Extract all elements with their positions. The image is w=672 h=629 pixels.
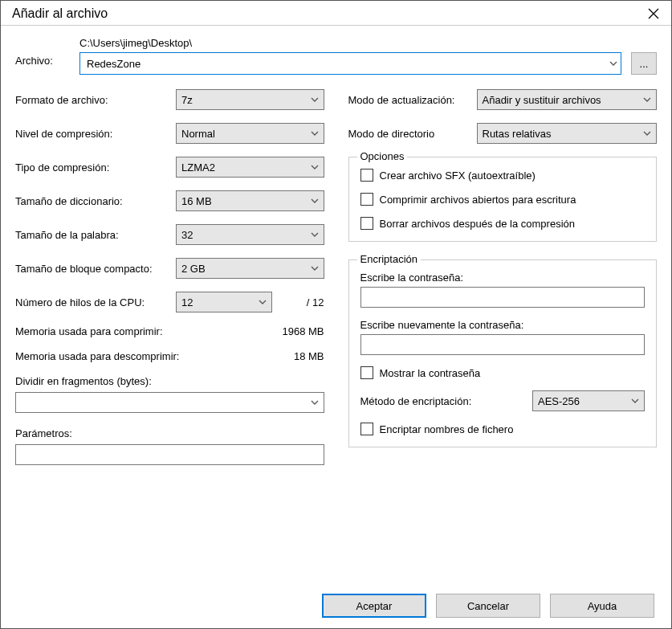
chevron-down-icon	[311, 195, 319, 207]
delete-after-checkbox[interactable]	[360, 217, 373, 230]
dictionary-size-value: 16 MB	[181, 195, 212, 207]
archive-name-combo[interactable]: RedesZone	[79, 52, 621, 75]
archive-name-value: RedesZone	[87, 58, 141, 70]
memory-compress-value: 1968 MB	[282, 325, 324, 337]
cpu-threads-value: 12	[181, 296, 193, 308]
compression-level-label: Nivel de compresión:	[15, 128, 176, 140]
window-title: Añadir al archivo	[12, 6, 108, 21]
dictionary-size-label: Tamaño de diccionario:	[15, 195, 176, 207]
update-mode-select[interactable]: Añadir y sustituir archivos	[477, 89, 658, 110]
word-size-value: 32	[181, 229, 193, 241]
show-password-label: Mostrar la contraseña	[380, 367, 481, 379]
encryption-method-label: Método de encriptación:	[360, 395, 525, 407]
options-group: Opciones Crear archivo SFX (autoextraíbl…	[348, 157, 658, 242]
delete-after-label: Borrar archivos después de la compresión	[380, 218, 576, 230]
browse-button[interactable]: ...	[631, 52, 657, 75]
encryption-method-value: AES-256	[538, 395, 580, 407]
compression-method-select[interactable]: LZMA2	[176, 157, 324, 178]
ok-button[interactable]: Aceptar	[322, 594, 426, 618]
cpu-threads-select[interactable]: 12	[176, 292, 272, 312]
path-mode-select[interactable]: Rutas relativas	[477, 123, 658, 144]
chevron-down-icon	[311, 128, 319, 140]
update-mode-label: Modo de actualización:	[348, 94, 477, 106]
chevron-down-icon	[311, 94, 319, 106]
format-label: Formato de archivo:	[15, 94, 176, 106]
cancel-button[interactable]: Cancelar	[436, 594, 540, 618]
show-password-checkbox[interactable]	[360, 366, 373, 379]
close-button[interactable]	[642, 6, 665, 22]
encryption-legend: Encriptación	[357, 253, 422, 265]
chevron-down-icon	[259, 296, 267, 308]
encryption-group: Encriptación Escribe la contraseña: Escr…	[348, 259, 658, 447]
memory-compress-label: Memoria usada para comprimir:	[15, 325, 163, 337]
encrypt-filenames-checkbox[interactable]	[360, 423, 373, 435]
word-size-label: Tamaño de la palabra:	[15, 229, 176, 241]
encrypt-filenames-label: Encriptar nombres de fichero	[380, 423, 514, 435]
format-value: 7z	[181, 94, 193, 106]
memory-decompress-value: 18 MB	[294, 350, 324, 362]
password-confirm-label: Escribe nuevamente la contraseña:	[360, 319, 646, 331]
chevron-down-icon	[311, 397, 319, 409]
cpu-threads-label: Número de hilos de la CPU:	[15, 296, 176, 308]
block-size-select[interactable]: 2 GB	[176, 258, 324, 279]
archive-path: C:\Users\jimeg\Desktop\	[79, 37, 657, 49]
compression-level-value: Normal	[181, 128, 215, 140]
update-mode-value: Añadir y sustituir archivos	[483, 94, 601, 106]
path-mode-value: Rutas relativas	[483, 128, 552, 140]
format-select[interactable]: 7z	[176, 89, 324, 110]
sfx-label: Crear archivo SFX (autoextraíble)	[380, 170, 536, 182]
chevron-down-icon	[643, 94, 651, 106]
compression-level-select[interactable]: Normal	[176, 123, 324, 144]
close-icon	[648, 8, 659, 19]
help-button[interactable]: Ayuda	[550, 594, 654, 618]
sfx-checkbox[interactable]	[360, 169, 373, 182]
chevron-down-icon	[311, 161, 319, 174]
cpu-threads-total: / 12	[307, 296, 324, 308]
password-label: Escribe la contraseña:	[360, 272, 646, 284]
chevron-down-icon	[609, 58, 617, 70]
password-input[interactable]	[360, 287, 646, 308]
cancel-label: Cancelar	[467, 600, 509, 612]
dictionary-size-select[interactable]: 16 MB	[176, 190, 324, 211]
parameters-label: Parámetros:	[15, 427, 324, 439]
path-mode-label: Modo de directorio	[348, 128, 477, 140]
split-volumes-label: Dividir en fragmentos (bytes):	[15, 375, 324, 387]
password-confirm-input[interactable]	[360, 334, 646, 355]
encryption-method-select[interactable]: AES-256	[532, 390, 645, 411]
split-volumes-combo[interactable]	[15, 392, 324, 413]
chevron-down-icon	[311, 229, 319, 241]
ok-label: Aceptar	[356, 600, 393, 612]
compression-method-value: LZMA2	[181, 161, 215, 174]
compression-method-label: Tipo de compresión:	[15, 161, 176, 174]
compress-shared-label: Comprimir archivos abiertos para escritu…	[380, 194, 576, 206]
block-size-label: Tamaño de bloque compacto:	[15, 263, 176, 275]
chevron-down-icon	[631, 395, 639, 407]
word-size-select[interactable]: 32	[176, 224, 324, 245]
memory-decompress-label: Memoria usada para descomprimir:	[15, 350, 179, 362]
help-label: Ayuda	[588, 600, 617, 612]
archive-label: Archivo:	[15, 37, 79, 67]
parameters-input[interactable]	[15, 444, 324, 465]
options-legend: Opciones	[357, 150, 408, 162]
browse-label: ...	[640, 58, 649, 70]
compress-shared-checkbox[interactable]	[360, 193, 373, 206]
chevron-down-icon	[643, 128, 651, 140]
block-size-value: 2 GB	[181, 263, 206, 275]
chevron-down-icon	[311, 263, 319, 275]
